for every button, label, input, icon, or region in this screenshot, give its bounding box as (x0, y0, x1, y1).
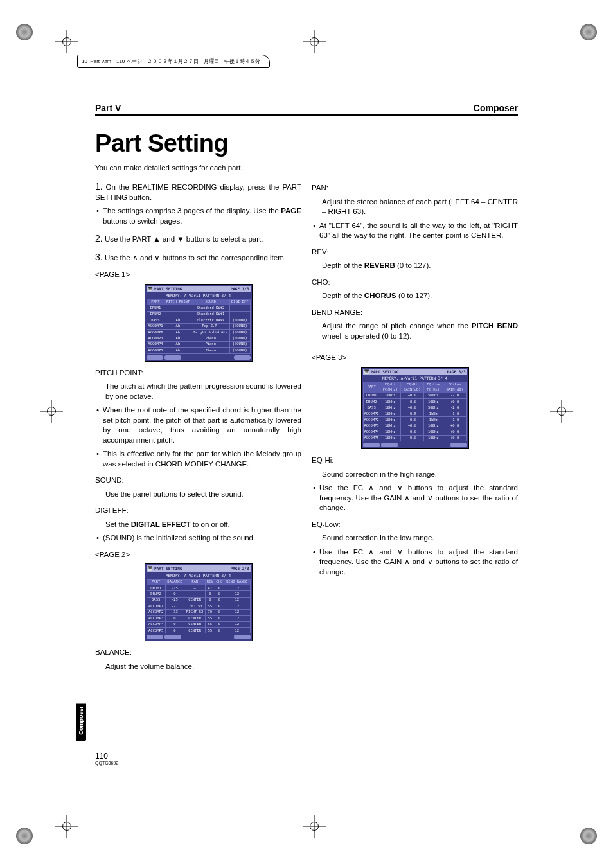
cho-label: CHO: (312, 278, 518, 288)
eqhi-bullet: Use the FC ∧ and ∨ buttons to adjust the… (319, 483, 518, 513)
digi-bullet: (SOUND) is the initialized setting of th… (103, 533, 255, 544)
page-number: 110QQTG0692 (95, 752, 118, 765)
balance-label: BALANCE: (95, 648, 301, 658)
running-head-left: Part V (95, 103, 121, 113)
step1-bullet: The settings comprise 3 pages of the dis… (103, 206, 301, 226)
eqlow-text: Sound correction in the low range. (312, 533, 518, 544)
balance-text: Adjust the volume balance. (95, 662, 301, 672)
crop-corner-icon (16, 828, 33, 844)
page-content: Part V Composer Part Setting You can mak… (95, 103, 518, 675)
step2-text: Use the PART ▲ and ▼ buttons to select a… (105, 235, 263, 243)
crop-marks-bottom (0, 817, 613, 836)
cho-text: Depth of the CHORUS (0 to 127). (312, 291, 518, 301)
pitch-point-label: PITCH POINT: (95, 368, 301, 378)
intro-text: You can make detailed settings for each … (95, 164, 518, 172)
lcd-screenshot-1: 🎹 PART SETTINGPAGE 1/3MEMORY: A-Vari1 PA… (145, 284, 253, 362)
crop-corner-icon (580, 828, 597, 844)
digi-label: DIGI EFF: (95, 506, 301, 516)
pitch-point-text: The pitch at which the pattern progressi… (95, 382, 301, 402)
pan-label: PAN: (312, 183, 518, 193)
registration-mark-icon (59, 819, 75, 834)
right-column: PAN: Adjust the stereo balance of each p… (312, 181, 518, 675)
bend-text: Adjust the range of pitch change when th… (312, 321, 518, 341)
sound-text: Use the panel buttons to select the soun… (95, 490, 301, 500)
lcd-screenshot-2: 🎹 PART SETTINGPAGE 2/3MEMORY: A-Vari1 PA… (145, 563, 253, 641)
registration-mark-icon (59, 34, 75, 49)
registration-mark-icon (306, 34, 322, 49)
sound-label: SOUND: (95, 475, 301, 486)
step-number: 1. (95, 181, 103, 191)
lcd-screenshot-3: 🎹 PART SETTINGPAGE 3/3MEMORY: A-Vari1 PA… (361, 367, 469, 449)
rev-label: REV: (312, 247, 518, 258)
pitch-point-bullet2: This is effective only for the part for … (103, 449, 301, 469)
eqhi-label: EQ-Hi: (312, 456, 518, 466)
step-number: 2. (95, 233, 103, 244)
file-header-text: 10_Part V.fm 110 ページ ２００３年１月２７日 月曜日 午後１時… (77, 55, 270, 68)
chapter-title: Part Setting (95, 130, 518, 157)
pan-text: Adjust the stereo balance of each part (… (312, 197, 518, 217)
pitch-point-bullet1: When the root note of the specified chor… (103, 405, 301, 445)
running-head-right: Composer (474, 103, 518, 113)
page1-label: <PAGE 1> (95, 270, 301, 280)
crop-marks-top (0, 32, 613, 51)
digi-text: Set the DIGITAL EFFECT to on or off. (95, 520, 301, 530)
registration-mark-icon (306, 819, 322, 834)
step1-text: On the REALTIME RECORDING display, press… (95, 183, 301, 201)
eqlow-bullet: Use the FC ∧ and ∨ buttons to adjust the… (319, 547, 518, 578)
rule-thin (95, 118, 518, 118)
side-tab: Composer (76, 704, 86, 741)
rule-thick (95, 114, 518, 116)
pan-bullet: At "LEFT 64", the sound is all the way t… (319, 221, 518, 241)
eqlow-label: EQ-Low: (312, 520, 518, 530)
bend-label: BEND RANGE: (312, 308, 518, 318)
rev-text: Depth of the REVERB (0 to 127). (312, 261, 518, 271)
page3-label: <PAGE 3> (312, 353, 518, 363)
left-column: 1. On the REALTIME RECORDING display, pr… (95, 181, 301, 675)
step3-text: Use the ∧ and ∨ buttons to set the corre… (105, 254, 286, 261)
page2-label: <PAGE 2> (95, 550, 301, 560)
step-number: 3. (95, 252, 103, 262)
crop-corner-icon (16, 24, 33, 40)
eqhi-text: Sound correction in the high range. (312, 470, 518, 480)
crop-corner-icon (580, 24, 597, 40)
